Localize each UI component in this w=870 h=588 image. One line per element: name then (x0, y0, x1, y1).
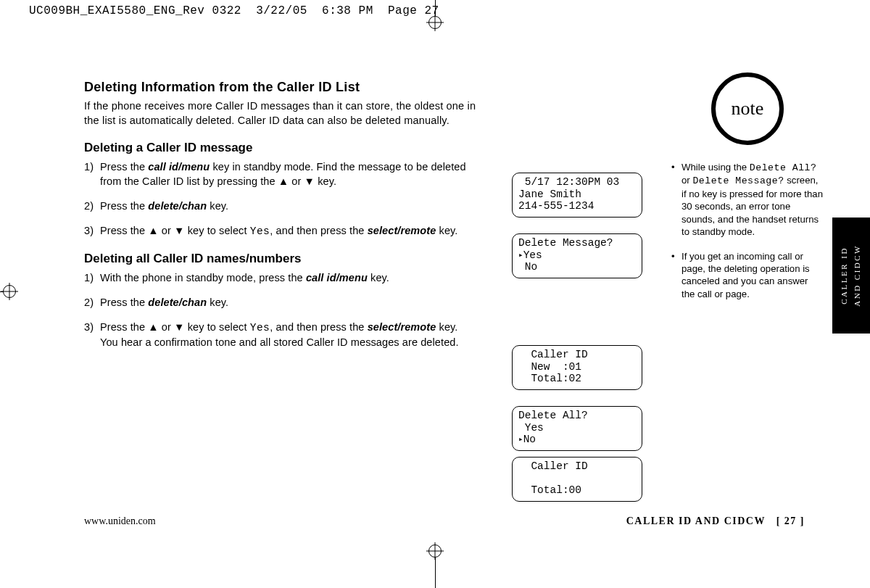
step: Press the delete/chan key. (84, 199, 490, 213)
down-arrow-icon: ▼ (304, 175, 315, 187)
down-arrow-icon: ▼ (174, 225, 184, 236)
key-label: delete/chan (148, 297, 207, 308)
page-number: [ 27 ] (776, 515, 805, 526)
step: Press the ▲ or ▼ key to select Yes, and … (84, 320, 490, 349)
step: Press the delete/chan key. (84, 295, 490, 310)
lcd-word: Yes (250, 225, 270, 237)
heading-sub: Deleting all Caller ID names/numbers (84, 252, 490, 266)
step: With the phone in standby mode, press th… (84, 270, 490, 285)
heading-sub: Deleting a Caller ID message (84, 141, 490, 155)
lcd-screen: Caller ID New :01 Total:02 (512, 345, 642, 390)
intro-paragraph: If the phone receives more Caller ID mes… (84, 99, 490, 128)
note-item: If you get an incoming call or page, the… (671, 250, 824, 301)
tab-line: CALLER ID (840, 247, 848, 305)
heading-main: Deleting Information from the Caller ID … (84, 80, 490, 95)
lcd-screen: Delete Message? Yes No (512, 233, 642, 278)
key-label: select/remote (368, 225, 436, 236)
lcd-word: Delete All? (750, 162, 817, 173)
footer-url: www.uniden.com (84, 515, 156, 527)
up-arrow-icon: ▲ (148, 321, 158, 333)
section-tab: CALLER ID AND CIDCW (832, 218, 870, 334)
tab-line: AND CIDCW (853, 244, 861, 307)
cursor-icon (518, 249, 523, 261)
note-item: While using the Delete All? or Delete Me… (671, 161, 824, 239)
down-arrow-icon: ▼ (174, 321, 184, 333)
cursor-icon (518, 434, 523, 445)
key-label: call id/menu (148, 161, 210, 173)
note-badge: note (711, 73, 784, 145)
lcd-word: Delete Message? (692, 175, 784, 186)
registration-mark (428, 544, 442, 558)
key-label: call id/menu (306, 272, 368, 283)
footer-section: CALLER ID AND CIDCW (626, 515, 766, 526)
up-arrow-icon: ▲ (148, 225, 158, 236)
key-label: delete/chan (148, 200, 207, 212)
up-arrow-icon: ▲ (278, 175, 289, 187)
lcd-screen: 5/17 12:30PM 03 Jane Smith 214-555-1234 (512, 173, 642, 218)
print-job-header: UC009BH_EXAI5580_ENG_Rev 0322 3/22/05 6:… (29, 4, 439, 17)
lcd-screen: Delete All? Yes No (512, 406, 642, 451)
registration-mark (428, 16, 442, 29)
registration-mark (3, 285, 16, 298)
lcd-word: Yes (250, 322, 270, 334)
step: Press the call id/menu key in standby mo… (84, 160, 490, 189)
lcd-screen: Caller ID Total:00 (512, 457, 642, 502)
key-label: select/remote (368, 321, 436, 333)
step: Press the ▲ or ▼ key to select Yes, and … (84, 223, 490, 239)
